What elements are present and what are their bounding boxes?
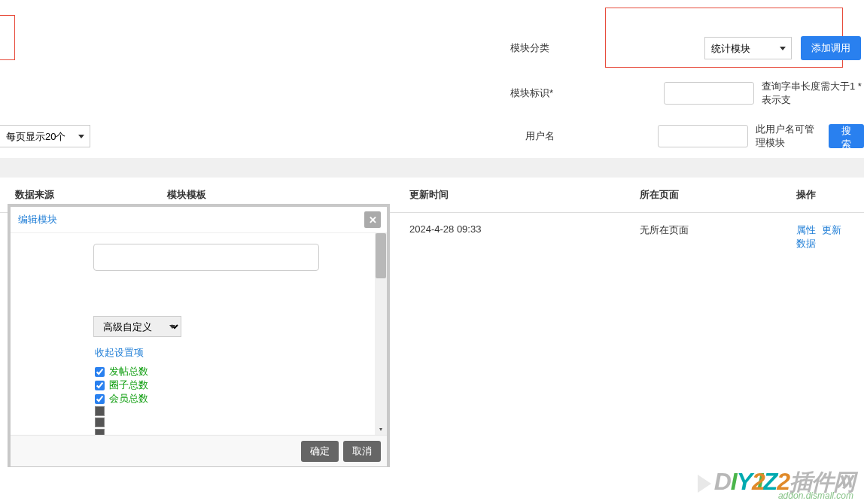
check-item-empty — [95, 429, 375, 435]
modal-name-input[interactable] — [93, 244, 319, 271]
empty-checkbox[interactable] — [95, 417, 105, 427]
th-action: 操作 — [796, 188, 849, 202]
cell-page: 无所在页面 — [640, 223, 796, 250]
check-item-empty — [95, 417, 375, 427]
category-label: 模块分类 — [510, 41, 578, 55]
per-page-select[interactable]: 每页显示20个 — [0, 125, 90, 147]
ok-button[interactable]: 确定 — [301, 441, 339, 462]
close-icon[interactable]: ✕ — [364, 211, 381, 228]
cell-time: 2024-4-28 09:33 — [409, 223, 640, 250]
settings-check-list: 发帖总数 圈子总数 会员总数 — [95, 366, 375, 435]
th-time: 更新时间 — [409, 188, 640, 202]
members-checkbox[interactable] — [95, 394, 105, 404]
category-select[interactable]: 统计模块 — [704, 37, 792, 59]
username-hint: 此用户名可管理模块 — [756, 123, 821, 150]
scrollbar-thumb[interactable] — [376, 233, 386, 278]
username-label: 用户名 — [525, 129, 564, 143]
cancel-button[interactable]: 取消 — [343, 441, 381, 462]
action-data-link[interactable]: 数据 — [796, 238, 816, 249]
identifier-label: 模块标识* — [510, 87, 564, 100]
th-template: 模块模板 — [167, 188, 409, 202]
check-item-members: 会员总数 — [95, 393, 375, 405]
modal-title: 编辑模块 — [18, 213, 57, 226]
add-reference-button[interactable]: 添加调用 — [801, 36, 861, 60]
posts-checkbox[interactable] — [95, 367, 105, 377]
search-button[interactable]: 搜索 — [829, 124, 864, 148]
highlight-box-left — [0, 15, 15, 60]
empty-checkbox[interactable] — [95, 429, 105, 435]
identifier-input[interactable] — [664, 82, 754, 105]
username-input[interactable] — [658, 125, 748, 147]
action-attr-link[interactable]: 属性 — [796, 224, 816, 235]
cell-action: 属性 更新 数据 — [796, 223, 849, 250]
check-item-empty — [95, 406, 375, 416]
th-page: 所在页面 — [640, 188, 796, 202]
empty-checkbox[interactable] — [95, 406, 105, 416]
check-item-posts: 发帖总数 — [95, 366, 375, 378]
scroll-down-icon[interactable]: ▾ — [375, 423, 387, 435]
collapse-settings-link[interactable]: 收起设置项 — [95, 346, 375, 360]
circles-checkbox[interactable] — [95, 381, 105, 390]
identifier-hint: 查询字串长度需大于1 *表示支 — [762, 80, 864, 107]
watermark-sub: addon.dismall.com — [778, 490, 853, 501]
divider-band — [0, 158, 864, 178]
action-update-link[interactable]: 更新 — [822, 224, 841, 235]
modal-scrollbar[interactable]: ▾ — [375, 233, 387, 435]
check-item-circles: 圈子总数 — [95, 379, 375, 391]
th-source: 数据来源 — [15, 188, 167, 202]
edit-module-modal: 编辑模块 ✕ 高级自定义 收起设置项 发帖总数 圈子总数 会员总数 — [8, 204, 390, 467]
modal-template-select[interactable]: 高级自定义 — [93, 316, 181, 337]
